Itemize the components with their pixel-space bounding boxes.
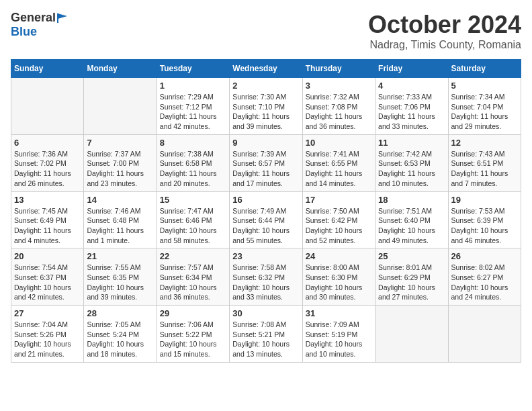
calendar-cell: 21Sunrise: 7:55 AM Sunset: 6:35 PM Dayli…: [84, 248, 157, 306]
calendar-cell: [11, 78, 84, 135]
day-info: Sunrise: 8:01 AM Sunset: 6:29 PM Dayligh…: [378, 263, 445, 302]
calendar-cell: 13Sunrise: 7:45 AM Sunset: 6:49 PM Dayli…: [11, 191, 84, 248]
day-info: Sunrise: 7:42 AM Sunset: 6:53 PM Dayligh…: [378, 149, 445, 189]
location-title: Nadrag, Timis County, Romania: [368, 39, 521, 51]
day-info: Sunrise: 7:46 AM Sunset: 6:48 PM Dayligh…: [87, 206, 153, 246]
calendar-cell: 16Sunrise: 7:49 AM Sunset: 6:44 PM Dayli…: [230, 191, 302, 248]
day-number: 8: [160, 138, 226, 148]
calendar-cell: 6Sunrise: 7:36 AM Sunset: 7:02 PM Daylig…: [11, 134, 84, 191]
day-number: 24: [306, 251, 372, 261]
day-info: Sunrise: 7:08 AM Sunset: 5:21 PM Dayligh…: [232, 320, 299, 359]
calendar-cell: 7Sunrise: 7:37 AM Sunset: 7:00 PM Daylig…: [84, 134, 157, 191]
calendar-cell: [375, 306, 448, 363]
day-number: 13: [14, 195, 81, 205]
day-number: 27: [14, 308, 81, 318]
calendar-cell: 5Sunrise: 7:34 AM Sunset: 7:04 PM Daylig…: [448, 78, 521, 135]
day-info: Sunrise: 7:39 AM Sunset: 6:57 PM Dayligh…: [232, 149, 299, 189]
day-info: Sunrise: 7:38 AM Sunset: 6:58 PM Dayligh…: [160, 149, 226, 189]
day-info: Sunrise: 7:53 AM Sunset: 6:39 PM Dayligh…: [451, 206, 518, 246]
day-info: Sunrise: 7:43 AM Sunset: 6:51 PM Dayligh…: [451, 149, 518, 189]
calendar-cell: 19Sunrise: 7:53 AM Sunset: 6:39 PM Dayli…: [448, 191, 521, 248]
day-info: Sunrise: 7:45 AM Sunset: 6:49 PM Dayligh…: [14, 206, 81, 246]
day-number: 2: [232, 81, 299, 91]
calendar-cell: 29Sunrise: 7:06 AM Sunset: 5:22 PM Dayli…: [157, 306, 229, 363]
day-number: 22: [160, 251, 226, 261]
day-number: 25: [378, 251, 445, 261]
calendar-cell: 23Sunrise: 7:58 AM Sunset: 6:32 PM Dayli…: [230, 248, 302, 306]
day-number: 23: [232, 251, 299, 261]
header: General Blue October 2024 Nadrag, Timis …: [11, 11, 521, 51]
day-info: Sunrise: 8:00 AM Sunset: 6:30 PM Dayligh…: [306, 263, 372, 302]
calendar-cell: 30Sunrise: 7:08 AM Sunset: 5:21 PM Dayli…: [230, 306, 302, 363]
calendar-cell: 26Sunrise: 8:02 AM Sunset: 6:27 PM Dayli…: [448, 248, 521, 306]
day-number: 31: [306, 308, 372, 318]
calendar-cell: [448, 306, 521, 363]
day-info: Sunrise: 7:55 AM Sunset: 6:35 PM Dayligh…: [87, 263, 153, 302]
day-number: 1: [160, 81, 226, 91]
day-info: Sunrise: 7:33 AM Sunset: 7:06 PM Dayligh…: [378, 92, 445, 132]
day-info: Sunrise: 7:06 AM Sunset: 5:22 PM Dayligh…: [160, 320, 226, 359]
day-number: 15: [160, 195, 226, 205]
day-info: Sunrise: 7:04 AM Sunset: 5:26 PM Dayligh…: [14, 320, 81, 359]
day-number: 12: [451, 138, 518, 148]
svg-marker-0: [58, 13, 67, 19]
weekday-header-saturday: Saturday: [448, 60, 521, 78]
weekday-header-sunday: Sunday: [11, 60, 84, 78]
weekday-header-friday: Friday: [375, 60, 448, 78]
calendar-cell: 9Sunrise: 7:39 AM Sunset: 6:57 PM Daylig…: [230, 134, 302, 191]
logo: General Blue: [11, 11, 69, 39]
week-row-3: 13Sunrise: 7:45 AM Sunset: 6:49 PM Dayli…: [11, 191, 521, 248]
calendar-cell: 25Sunrise: 8:01 AM Sunset: 6:29 PM Dayli…: [375, 248, 448, 306]
calendar-cell: 2Sunrise: 7:30 AM Sunset: 7:10 PM Daylig…: [230, 78, 302, 135]
calendar-cell: 10Sunrise: 7:41 AM Sunset: 6:55 PM Dayli…: [302, 134, 375, 191]
day-number: 20: [14, 251, 81, 261]
day-info: Sunrise: 7:58 AM Sunset: 6:32 PM Dayligh…: [232, 263, 299, 302]
day-info: Sunrise: 7:41 AM Sunset: 6:55 PM Dayligh…: [306, 149, 372, 189]
day-number: 16: [232, 195, 299, 205]
day-info: Sunrise: 7:30 AM Sunset: 7:10 PM Dayligh…: [232, 92, 299, 132]
week-row-2: 6Sunrise: 7:36 AM Sunset: 7:02 PM Daylig…: [11, 134, 521, 191]
day-info: Sunrise: 7:57 AM Sunset: 6:34 PM Dayligh…: [160, 263, 226, 302]
calendar-cell: 15Sunrise: 7:47 AM Sunset: 6:46 PM Dayli…: [157, 191, 229, 248]
day-number: 14: [87, 195, 153, 205]
day-info: Sunrise: 7:37 AM Sunset: 7:00 PM Dayligh…: [87, 149, 153, 189]
day-number: 29: [160, 308, 226, 318]
day-number: 19: [451, 195, 518, 205]
weekday-header-tuesday: Tuesday: [157, 60, 229, 78]
day-number: 9: [232, 138, 299, 148]
week-row-5: 27Sunrise: 7:04 AM Sunset: 5:26 PM Dayli…: [11, 306, 521, 363]
calendar-cell: 24Sunrise: 8:00 AM Sunset: 6:30 PM Dayli…: [302, 248, 375, 306]
title-section: October 2024 Nadrag, Timis County, Roman…: [368, 11, 521, 51]
weekday-header-monday: Monday: [84, 60, 157, 78]
week-row-1: 1Sunrise: 7:29 AM Sunset: 7:12 PM Daylig…: [11, 78, 521, 135]
day-info: Sunrise: 7:32 AM Sunset: 7:08 PM Dayligh…: [306, 92, 372, 132]
day-number: 5: [451, 81, 518, 91]
logo-blue: Blue: [11, 25, 37, 39]
month-title: October 2024: [368, 11, 521, 39]
day-number: 17: [306, 195, 372, 205]
day-info: Sunrise: 7:54 AM Sunset: 6:37 PM Dayligh…: [14, 263, 81, 302]
day-info: Sunrise: 7:49 AM Sunset: 6:44 PM Dayligh…: [232, 206, 299, 246]
day-info: Sunrise: 7:29 AM Sunset: 7:12 PM Dayligh…: [160, 92, 226, 132]
calendar-cell: 28Sunrise: 7:05 AM Sunset: 5:24 PM Dayli…: [84, 306, 157, 363]
calendar-cell: [84, 78, 157, 135]
calendar-cell: 11Sunrise: 7:42 AM Sunset: 6:53 PM Dayli…: [375, 134, 448, 191]
day-number: 30: [232, 308, 299, 318]
calendar-cell: 8Sunrise: 7:38 AM Sunset: 6:58 PM Daylig…: [157, 134, 229, 191]
day-number: 28: [87, 308, 153, 318]
day-number: 7: [87, 138, 153, 148]
calendar-cell: 4Sunrise: 7:33 AM Sunset: 7:06 PM Daylig…: [375, 78, 448, 135]
weekday-header-wednesday: Wednesday: [230, 60, 302, 78]
day-info: Sunrise: 7:34 AM Sunset: 7:04 PM Dayligh…: [451, 92, 518, 132]
weekday-header-row: SundayMondayTuesdayWednesdayThursdayFrid…: [11, 60, 521, 78]
calendar-cell: 1Sunrise: 7:29 AM Sunset: 7:12 PM Daylig…: [157, 78, 229, 135]
calendar-cell: 27Sunrise: 7:04 AM Sunset: 5:26 PM Dayli…: [11, 306, 84, 363]
week-row-4: 20Sunrise: 7:54 AM Sunset: 6:37 PM Dayli…: [11, 248, 521, 306]
day-number: 4: [378, 81, 445, 91]
day-number: 18: [378, 195, 445, 205]
day-number: 10: [306, 138, 372, 148]
day-info: Sunrise: 7:05 AM Sunset: 5:24 PM Dayligh…: [87, 320, 153, 359]
weekday-header-thursday: Thursday: [302, 60, 375, 78]
day-info: Sunrise: 7:47 AM Sunset: 6:46 PM Dayligh…: [160, 206, 226, 246]
day-info: Sunrise: 7:09 AM Sunset: 5:19 PM Dayligh…: [306, 320, 372, 359]
